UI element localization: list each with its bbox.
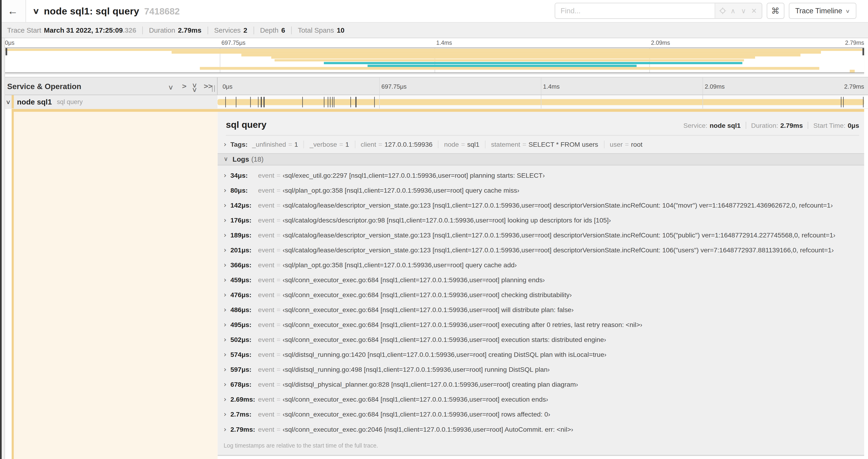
log-row-chevron-icon: › bbox=[223, 397, 226, 402]
viewport-left-handle[interactable] bbox=[5, 48, 7, 55]
logs-footer-note: Log timestamps are relative to the start… bbox=[217, 438, 864, 455]
log-timestamp: 574μs: bbox=[230, 351, 258, 358]
next-result-icon[interactable]: ∨ bbox=[738, 6, 749, 15]
find-input[interactable] bbox=[555, 3, 714, 18]
log-row[interactable]: ›189μs:event=‹sql/catalog/lease/descript… bbox=[217, 228, 864, 242]
log-timestamp: 366μs: bbox=[230, 261, 258, 269]
tag-pill[interactable]: _unfinished=1 bbox=[252, 140, 298, 148]
log-row[interactable]: ›201μs:event=‹sql/catalog/lease/descript… bbox=[217, 242, 864, 258]
log-timestamp: 2.69ms: bbox=[230, 396, 258, 403]
minimap-span-bar bbox=[275, 59, 744, 62]
span-bar-cell[interactable] bbox=[217, 95, 864, 108]
log-marker-tick bbox=[264, 97, 265, 107]
gridline bbox=[379, 77, 380, 95]
collapse-all-icon[interactable]: ∨∨ bbox=[192, 81, 198, 91]
keyboard-shortcuts-button[interactable]: ⌘ bbox=[767, 3, 784, 19]
log-row-chevron-icon: › bbox=[223, 202, 226, 208]
log-field-value: ‹sql/catalog/lease/descriptor_version_st… bbox=[283, 231, 835, 239]
span-collapse-chevron-icon[interactable]: ∨ bbox=[6, 98, 11, 105]
minimap-span-bar bbox=[323, 62, 742, 64]
log-field-key: event bbox=[258, 321, 274, 329]
log-row[interactable]: ›34μs:event=‹sql/exec_util.go:2297 [nsql… bbox=[217, 168, 864, 183]
log-field-key: event bbox=[258, 381, 274, 388]
separator bbox=[485, 140, 485, 148]
viewport-right-handle[interactable] bbox=[862, 48, 864, 55]
log-row[interactable]: ›142μs:event=‹sql/catalog/lease/descript… bbox=[217, 198, 864, 213]
log-row[interactable]: ›2.69ms:event=‹sql/conn_executor_exec.go… bbox=[217, 392, 864, 407]
collapse-title-chevron-icon[interactable]: ∨ bbox=[32, 6, 39, 15]
command-icon: ⌘ bbox=[771, 6, 780, 16]
logs-accordion[interactable]: ∨ Logs (18) bbox=[217, 153, 864, 165]
collapse-controls: ∨∨∨∨∨∨ bbox=[168, 81, 209, 91]
log-timestamp: 486μs: bbox=[230, 306, 258, 314]
log-row[interactable]: ›597μs:event=‹sql/distsql_running.go:498… bbox=[217, 362, 864, 377]
log-marker-tick bbox=[258, 97, 259, 107]
log-field-value: ‹sql/distsql_running.go:1420 [nsql1,clie… bbox=[283, 351, 607, 358]
log-row[interactable]: ›80μs:event=‹sql/plan_opt.go:358 [nsql1,… bbox=[217, 183, 864, 198]
tag-value: SELECT * FROM users bbox=[528, 140, 598, 148]
tick-label: 2.79ms bbox=[844, 77, 864, 95]
log-timestamp: 495μs: bbox=[230, 321, 258, 329]
log-row[interactable]: ›502μs:event=‹sql/conn_executor_exec.go:… bbox=[217, 332, 864, 347]
log-row[interactable]: ›495μs:event=‹sql/conn_executor_exec.go:… bbox=[217, 318, 864, 332]
log-marker-tick bbox=[355, 97, 356, 107]
expand-all-icon[interactable]: ∨∨ bbox=[202, 83, 211, 89]
log-row[interactable]: ›678μs:event=‹sql/distsql_physical_plann… bbox=[217, 377, 864, 392]
log-field-key: event bbox=[258, 276, 274, 284]
tag-pill[interactable]: _verbose=1 bbox=[310, 140, 349, 148]
log-field-value: ‹sql/conn_executor_exec.go:684 [nsql1,cl… bbox=[283, 411, 550, 418]
back-button[interactable]: ← bbox=[0, 0, 26, 22]
log-timestamp: 189μs: bbox=[230, 231, 258, 239]
log-row[interactable]: ›366μs:event=‹sql/plan_opt.go:358 [nsql1… bbox=[217, 258, 864, 272]
tag-pill[interactable]: client=127.0.0.1:59936 bbox=[361, 140, 433, 148]
tick-label: 0μs bbox=[217, 77, 232, 95]
log-row[interactable]: ›486μs:event=‹sql/conn_executor_exec.go:… bbox=[217, 302, 864, 318]
log-row[interactable]: ›2.7ms:event=‹sql/conn_executor_exec.go:… bbox=[217, 407, 864, 422]
log-timestamp: 176μs: bbox=[230, 217, 258, 224]
minimap-canvas[interactable] bbox=[5, 47, 864, 73]
log-field-value: ‹sql/distsql_physical_planner.go:828 [ns… bbox=[283, 381, 578, 388]
crosshair-icon[interactable] bbox=[717, 7, 728, 14]
log-row-chevron-icon: › bbox=[223, 262, 226, 268]
log-equals: = bbox=[277, 201, 280, 209]
gridline bbox=[379, 95, 380, 108]
log-row[interactable]: ›459μs:event=‹sql/conn_executor_exec.go:… bbox=[217, 272, 864, 287]
log-marker-tick bbox=[374, 97, 375, 107]
log-equals: = bbox=[277, 187, 280, 194]
tag-pill[interactable]: user=root bbox=[610, 140, 642, 148]
log-equals: = bbox=[277, 217, 280, 224]
log-row-chevron-icon: › bbox=[223, 352, 226, 358]
column-resize-handle[interactable] bbox=[212, 85, 215, 92]
log-timestamp: 142μs: bbox=[230, 201, 258, 209]
tick-label: 2.09ms bbox=[703, 77, 725, 95]
log-row-chevron-icon: › bbox=[223, 173, 226, 178]
trace-info-label: Services bbox=[214, 26, 241, 34]
expand-one-icon[interactable]: ∨ bbox=[180, 83, 185, 89]
log-row[interactable]: ›574μs:event=‹sql/distsql_running.go:142… bbox=[217, 347, 864, 362]
tick-label: 1.4ms bbox=[436, 39, 452, 46]
clear-search-icon[interactable]: ✕ bbox=[749, 6, 759, 15]
log-field-key: event bbox=[258, 336, 274, 343]
tags-accordion[interactable]: › Tags: _unfinished=1_verbose=1client=12… bbox=[217, 135, 864, 153]
log-row[interactable]: ›176μs:event=‹sql/catalog/descs/descript… bbox=[217, 213, 864, 228]
log-row-chevron-icon: › bbox=[223, 382, 226, 387]
logs-chevron-icon: ∨ bbox=[223, 156, 228, 162]
tag-pill[interactable]: statement=SELECT * FROM users bbox=[491, 140, 598, 148]
log-field-key: event bbox=[258, 366, 274, 373]
log-marker-tick bbox=[323, 97, 324, 107]
log-row[interactable]: ›476μs:event=‹sql/conn_executor_exec.go:… bbox=[217, 287, 864, 302]
trace-info-value: 10 bbox=[337, 26, 344, 34]
tag-equals: = bbox=[378, 140, 382, 148]
log-row[interactable]: ›2.79ms:event=‹sql/conn_executor_exec.go… bbox=[217, 422, 864, 437]
span-name-cell[interactable]: ∨ node sql1 sql query bbox=[0, 95, 217, 108]
log-row-chevron-icon: › bbox=[223, 427, 226, 432]
span-detail-row: sql query Service:node sql1Duration:2.79… bbox=[0, 109, 868, 459]
logs-label: Logs bbox=[232, 155, 249, 163]
timeline-ticks-header: 0μs697.75μs1.4ms2.09ms2.79ms bbox=[217, 77, 864, 95]
collapse-one-icon[interactable]: ∨ bbox=[168, 84, 174, 88]
prev-result-icon[interactable]: ∧ bbox=[728, 6, 738, 15]
log-field-key: event bbox=[258, 306, 274, 314]
tag-pill[interactable]: node=sql1 bbox=[444, 140, 479, 148]
minimap-span-bar bbox=[271, 57, 755, 59]
trace-view-select[interactable]: Trace Timeline ∨ bbox=[789, 3, 856, 19]
